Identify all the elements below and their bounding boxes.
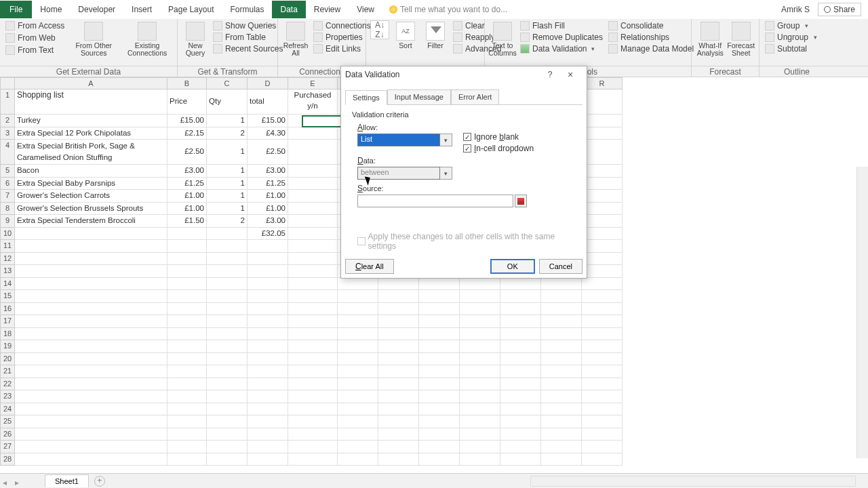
cell[interactable] (167, 240, 207, 253)
cell[interactable] (167, 353, 207, 366)
cell[interactable] (582, 403, 623, 416)
cell[interactable] (419, 453, 460, 466)
cell[interactable] (207, 290, 248, 303)
tab-developer[interactable]: Developer (70, 1, 123, 18)
cell[interactable] (460, 315, 500, 328)
sort-button[interactable]: AZSort (392, 20, 419, 51)
cell[interactable] (248, 353, 288, 366)
cell[interactable] (207, 353, 248, 366)
cell[interactable]: £3.00 (248, 165, 288, 178)
cell[interactable] (207, 315, 248, 328)
cancel-button[interactable]: Cancel (539, 259, 583, 274)
cell[interactable] (248, 253, 288, 266)
cell[interactable] (541, 303, 582, 316)
cell[interactable] (288, 441, 338, 453)
cell[interactable] (288, 390, 338, 403)
cell[interactable] (288, 403, 338, 416)
cell[interactable] (15, 353, 167, 366)
cell[interactable] (582, 127, 623, 140)
cell[interactable] (460, 441, 500, 453)
connections-button[interactable]: Connections (312, 20, 372, 31)
cell[interactable] (288, 240, 338, 253)
cell[interactable] (338, 328, 378, 341)
cell[interactable] (288, 127, 338, 140)
cell[interactable] (248, 290, 288, 303)
cell[interactable] (419, 328, 460, 341)
cell[interactable]: Bacon (15, 165, 167, 178)
cell[interactable] (288, 415, 338, 428)
cell[interactable] (541, 315, 582, 328)
cell[interactable] (500, 303, 541, 316)
cell[interactable] (338, 315, 378, 328)
cell[interactable] (541, 328, 582, 341)
cell[interactable] (248, 240, 288, 253)
cell[interactable] (582, 390, 623, 403)
dialog-tab-input-message[interactable]: Input Message (387, 89, 451, 104)
row-header-13[interactable]: 13 (0, 265, 15, 278)
cell[interactable] (288, 303, 338, 316)
cell[interactable] (338, 403, 378, 416)
row-header-4[interactable]: 4 (0, 140, 15, 165)
cell[interactable] (582, 253, 623, 266)
from-text-button[interactable]: From Text (4, 45, 66, 56)
cell[interactable] (207, 340, 248, 353)
tab-formulas[interactable]: Formulas (222, 1, 272, 18)
refresh-all-button[interactable]: Refresh All (282, 20, 309, 58)
cell[interactable] (460, 303, 500, 316)
cell[interactable] (15, 403, 167, 416)
cell[interactable] (582, 428, 623, 441)
cell[interactable]: 1 (207, 190, 248, 203)
cell[interactable] (338, 441, 378, 453)
cell[interactable] (288, 203, 338, 216)
cell[interactable] (460, 278, 500, 291)
cell[interactable] (460, 378, 500, 391)
cell[interactable]: 2 (207, 215, 248, 228)
column-header-c[interactable]: C (207, 77, 248, 89)
cell[interactable] (248, 415, 288, 428)
cell[interactable] (207, 390, 248, 403)
cell[interactable] (248, 303, 288, 316)
cell[interactable] (378, 278, 419, 291)
cell[interactable] (167, 303, 207, 316)
cell[interactable] (288, 228, 338, 241)
cell[interactable] (207, 253, 248, 266)
cell[interactable] (288, 353, 338, 366)
cell[interactable] (500, 415, 541, 428)
cell[interactable] (460, 340, 500, 353)
cell[interactable] (167, 415, 207, 428)
cell[interactable]: Extra Special Tenderstem Broccoli (15, 215, 167, 228)
cell[interactable] (378, 428, 419, 441)
cell[interactable] (15, 303, 167, 316)
cell[interactable] (207, 265, 248, 278)
cell[interactable] (582, 165, 623, 178)
cell[interactable] (582, 453, 623, 466)
cell[interactable] (460, 328, 500, 341)
from-access-button[interactable]: From Access (4, 20, 66, 31)
cell[interactable] (500, 353, 541, 366)
cell[interactable] (167, 365, 207, 378)
row-header-2[interactable]: 2 (0, 115, 15, 127)
properties-button[interactable]: Properties (312, 32, 372, 43)
new-query-button[interactable]: New Query (182, 20, 209, 58)
cell[interactable]: Grower's Selection Brussels Sprouts (15, 203, 167, 216)
cell[interactable] (167, 228, 207, 241)
cell[interactable] (378, 403, 419, 416)
cell[interactable] (288, 453, 338, 466)
cell[interactable] (15, 315, 167, 328)
cell[interactable]: Qty (207, 89, 248, 115)
cell[interactable] (378, 415, 419, 428)
row-header-28[interactable]: 28 (0, 453, 15, 466)
show-queries-button[interactable]: Show Queries (212, 20, 284, 31)
cell[interactable] (582, 353, 623, 366)
range-selector-button[interactable] (515, 195, 527, 207)
row-header-23[interactable]: 23 (0, 390, 15, 403)
cell[interactable] (338, 390, 378, 403)
cell[interactable] (541, 353, 582, 366)
cell[interactable]: Price (167, 89, 207, 115)
cell[interactable]: £1.50 (167, 215, 207, 228)
cell[interactable] (207, 441, 248, 453)
cell[interactable] (207, 228, 248, 241)
cell[interactable] (15, 240, 167, 253)
cell[interactable] (288, 428, 338, 441)
cell[interactable] (378, 453, 419, 466)
